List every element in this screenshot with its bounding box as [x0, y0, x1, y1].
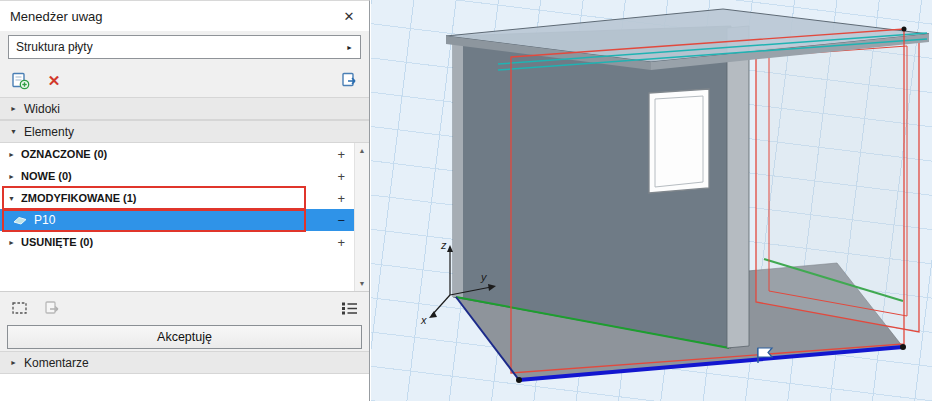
partition-wall[interactable] [727, 26, 749, 348]
group-label: OZNACZONE (0) [21, 148, 107, 160]
pick-element-icon [43, 300, 61, 316]
group-label: USUNIĘTE (0) [21, 236, 93, 248]
section-label-elements: Elementy [24, 125, 74, 139]
add-to-group-button[interactable]: + [337, 235, 345, 250]
issue-manager-panel: Menedżer uwag ✕ Struktura płyty ► ✕ [0, 0, 370, 401]
section-label-views: Widoki [24, 102, 60, 116]
scheme-dropdown-row: Struktura płyty ► [0, 31, 369, 63]
remove-item-button[interactable]: − [337, 213, 345, 228]
accept-button[interactable]: Akceptuję [7, 325, 362, 349]
import-issue-icon [340, 71, 359, 90]
scheme-dropdown-value: Struktura płyty [16, 40, 93, 54]
model-view: z y x [371, 0, 932, 401]
pick-element-button[interactable] [42, 298, 62, 318]
marquee-icon [11, 300, 29, 316]
add-issue-button[interactable] [10, 70, 30, 90]
panel-title: Menedżer uwag [10, 9, 103, 24]
group-row-new[interactable]: ► NOWE (0) + [0, 165, 354, 187]
accept-row: Akceptuję [0, 324, 369, 351]
element-list: ► OZNACZONE (0) + ► NOWE (0) + ▼ ZMODYFI… [0, 143, 369, 291]
scroll-up-icon[interactable]: ▲ [355, 143, 369, 158]
scrollbar-track[interactable] [355, 158, 369, 276]
delete-issue-button[interactable]: ✕ [44, 70, 64, 90]
3d-viewport[interactable]: z y x [371, 0, 932, 401]
marquee-select-button[interactable] [10, 298, 30, 318]
import-issue-button[interactable] [339, 70, 359, 90]
issue-toolbar: ✕ [0, 63, 369, 97]
chevron-right-icon: ► [8, 239, 21, 246]
delete-issue-icon: ✕ [48, 73, 61, 88]
right-wall-wireframe[interactable] [756, 38, 919, 332]
axis-label-z: z [440, 239, 447, 251]
close-button[interactable]: ✕ [337, 4, 361, 28]
chevron-down-icon: ▼ [10, 128, 24, 135]
group-label: ZMODYFIKOWANE (1) [21, 192, 137, 204]
group-label: NOWE (0) [21, 170, 72, 182]
list-item-p10[interactable]: P10 − [0, 209, 354, 231]
item-label: P10 [34, 213, 55, 227]
group-row-marked[interactable]: ► OZNACZONE (0) + [0, 143, 354, 165]
list-scrollbar[interactable]: ▲ ▼ [354, 143, 369, 291]
chevron-right-icon: ► [8, 173, 21, 180]
chevron-down-icon: ▼ [8, 195, 21, 202]
group-row-modified[interactable]: ▼ ZMODYFIKOWANE (1) + [0, 187, 354, 209]
chevron-right-icon: ► [10, 105, 24, 112]
section-header-comments[interactable]: ► Komentarze [0, 351, 369, 374]
window-opening[interactable] [649, 89, 709, 193]
axis-label-x: x [420, 314, 427, 326]
group-row-deleted[interactable]: ► USUNIĘTE (0) + [0, 231, 354, 253]
add-to-group-button[interactable]: + [337, 147, 345, 162]
section-header-elements[interactable]: ▼ Elementy [0, 120, 369, 143]
section-header-views[interactable]: ► Widoki [0, 97, 369, 120]
list-options-button[interactable] [339, 298, 359, 318]
checklist-icon [341, 300, 358, 316]
flyout-arrow-icon: ► [346, 44, 353, 51]
add-to-group-button[interactable]: + [337, 191, 345, 206]
section-label-comments: Komentarze [24, 356, 89, 370]
chevron-right-icon: ► [8, 151, 21, 158]
panel-titlebar: Menedżer uwag ✕ [0, 1, 369, 31]
wall-edge [453, 35, 463, 297]
add-to-group-button[interactable]: + [337, 169, 345, 184]
scroll-down-icon[interactable]: ▼ [355, 276, 369, 291]
slab-icon [12, 214, 28, 226]
selection-toolbar [0, 291, 369, 324]
scheme-dropdown[interactable]: Struktura płyty ► [8, 35, 361, 59]
add-issue-icon [11, 71, 30, 90]
chevron-right-icon: ► [10, 359, 24, 366]
